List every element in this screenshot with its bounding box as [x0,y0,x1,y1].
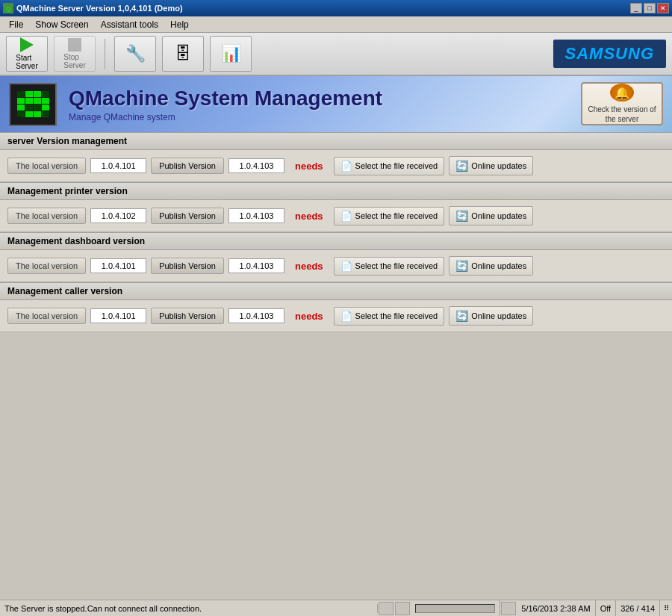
select-file-button-2[interactable]: 📄 Select the file received [334,257,445,276]
section-dashboard-row: The local version 1.0.4.101 Publish Vers… [0,250,672,282]
needs-label-3: needs [295,311,323,322]
online-updates-button-0[interactable]: 🔄 Online updates [449,156,533,175]
publish-version-value-1: 1.0.4.103 [228,208,284,223]
section-server-version: server Version management The local vers… [0,132,672,182]
main-content: server Version management The local vers… [0,132,672,600]
toolbar: StartServer StopServer 🔧 🗄 📊 SAMSUNG [0,33,672,76]
section-caller-version: Management caller version The local vers… [0,282,672,332]
local-version-button-3[interactable]: The local version [7,308,86,324]
check-version-label: Check the version of the server [582,105,662,124]
header-subtitle: Manage QMachine system [69,112,663,122]
menu-assistant-tools[interactable]: Assistant tools [95,18,164,31]
menu-bar: File Show Screen Assistant tools Help [0,16,672,33]
online-updates-label-1: Online updates [471,211,526,220]
status-seg-3 [501,602,516,615]
file-icon-1: 📄 [340,211,352,222]
local-version-value-3: 1.0.4.101 [90,308,146,323]
check-version-button[interactable]: 🔔 Check the version of the server [581,82,663,125]
select-file-label-3: Select the file received [355,311,438,320]
online-updates-button-3[interactable]: 🔄 Online updates [449,306,533,326]
select-file-label-1: Select the file received [355,211,438,220]
publish-version-value-2: 1.0.4.103 [228,258,284,273]
needs-label-0: needs [295,161,323,172]
local-version-button-2[interactable]: The local version [7,258,86,274]
section-printer-version: Management printer version The local ver… [0,182,672,232]
status-seg-2 [395,602,410,615]
publish-version-value-3: 1.0.4.103 [228,308,284,323]
status-seg-1 [379,602,393,615]
chart-button[interactable]: 📊 [210,36,252,72]
minimize-button[interactable]: _ [630,3,642,13]
publish-version-button-0[interactable]: Publish Version [151,158,224,174]
online-updates-label-3: Online updates [471,311,526,320]
section-server-header: server Version management [0,132,672,150]
title-bar-left: Q QMachine Server Version 1,0,4,101 (Dem… [3,3,183,13]
window-controls: _ □ ✕ [630,3,669,13]
publish-version-button-1[interactable]: Publish Version [151,208,224,224]
section-printer-row: The local version 1.0.4.102 Publish Vers… [0,200,672,232]
wrench-icon: 🔧 [125,44,146,63]
chart-icon: 📊 [221,44,241,63]
play-icon [20,37,34,52]
close-button[interactable]: ✕ [657,3,669,13]
header-title: QMachine System Management [69,87,663,111]
online-updates-label-2: Online updates [471,261,526,270]
header-text: QMachine System Management Manage QMachi… [69,87,663,122]
select-file-button-1[interactable]: 📄 Select the file received [334,207,445,225]
section-printer-header: Management printer version [0,182,672,200]
refresh-icon-1: 🔄 [455,210,468,222]
title-bar: Q QMachine Server Version 1,0,4,101 (Dem… [0,0,672,16]
menu-help[interactable]: Help [164,18,195,31]
header-banner: QMachine System Management Manage QMachi… [0,76,672,132]
status-count: 326 / 414 [616,600,660,616]
publish-version-value-0: 1.0.4.103 [228,158,284,173]
resize-grip[interactable]: ⠿ [660,604,672,612]
local-version-button-0[interactable]: The local version [7,158,86,174]
local-version-value-2: 1.0.4.101 [90,258,146,273]
file-icon-3: 📄 [340,311,352,322]
needs-label-2: needs [295,261,323,272]
check-version-icon: 🔔 [610,84,634,102]
database-button[interactable]: 🗄 [162,36,204,72]
menu-show-screen[interactable]: Show Screen [29,18,94,31]
select-file-button-0[interactable]: 📄 Select the file received [334,157,445,175]
menu-file[interactable]: File [3,18,29,31]
start-server-button[interactable]: StartServer [6,36,48,72]
samsung-logo: SAMSUNG [553,40,666,68]
section-caller-row: The local version 1.0.4.101 Publish Vers… [0,300,672,332]
toolbar-separator-1 [105,39,105,69]
database-icon: 🗄 [175,44,191,63]
stop-server-label: StopServer [63,53,85,69]
section-server-row: The local version 1.0.4.101 Publish Vers… [0,150,672,182]
status-progress [411,600,500,616]
local-version-value-1: 1.0.4.102 [90,208,146,223]
app-logo [9,83,57,126]
maximize-button[interactable]: □ [644,3,656,13]
online-updates-button-2[interactable]: 🔄 Online updates [449,256,533,276]
online-updates-label-0: Online updates [471,161,526,170]
section-dashboard-version: Management dashboard version The local v… [0,232,672,282]
online-updates-button-1[interactable]: 🔄 Online updates [449,206,533,225]
tools-button[interactable]: 🔧 [114,36,156,72]
publish-version-button-3[interactable]: Publish Version [151,308,224,324]
refresh-icon-3: 🔄 [455,310,468,322]
stop-server-button[interactable]: StopServer [54,36,96,72]
needs-label-1: needs [295,211,323,222]
refresh-icon-2: 🔄 [455,260,468,272]
file-icon-2: 📄 [340,261,352,272]
status-message: The Server is stopped.Can not connect al… [0,604,378,613]
section-dashboard-header: Management dashboard version [0,232,672,250]
refresh-icon-0: 🔄 [455,160,468,172]
publish-version-button-2[interactable]: Publish Version [151,258,224,274]
status-bar: The Server is stopped.Can not connect al… [0,600,672,616]
app-icon: Q [3,3,13,13]
window-title: QMachine Server Version 1,0,4,101 (Demo) [16,4,183,13]
start-server-label: StartServer [16,54,37,70]
select-file-button-3[interactable]: 📄 Select the file received [334,307,445,326]
local-version-button-1[interactable]: The local version [7,208,86,224]
status-off: Off [596,600,616,616]
section-caller-header: Management caller version [0,282,672,300]
file-icon-0: 📄 [340,161,352,172]
select-file-label-2: Select the file received [355,261,438,270]
select-file-label-0: Select the file received [355,161,438,170]
